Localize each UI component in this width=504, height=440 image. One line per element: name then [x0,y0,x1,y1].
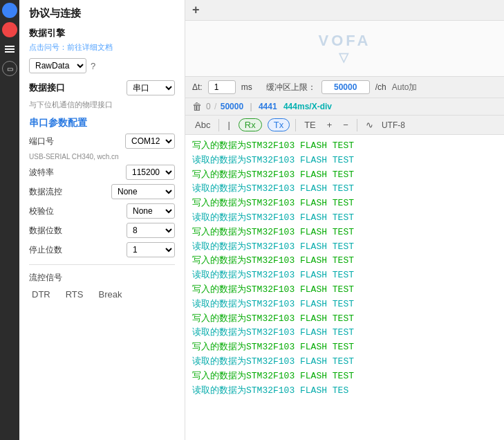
toolbar-divider-1 [218,119,219,131]
data-line: 写入的数据为STM32F103 FLASH TEST [192,196,497,211]
data-line: 读取的数据为STM32F103 FLASH TEST [192,268,497,283]
slash-separator: / [214,102,219,111]
icon-sidebar: ▭ [0,0,19,440]
baud-row: 波特率 115200 9600 57600 [29,165,175,180]
divider [29,264,175,265]
main-content: + VOFA Δt: ms 缓冲区上限： /ch Auto加 🗑 0 / 500… [185,0,504,440]
data-line: 写入的数据为STM32F103 FLASH TEST [192,283,497,297]
flow-signal-row: DTR RTS Break [29,288,175,301]
trash-icon[interactable]: 🗑 [192,101,202,112]
data-line: 读取的数据为STM32F103 FLASH TEST [192,240,497,255]
toolbar-divider-3 [357,119,357,131]
data-engine-row: RawData FireWater ? [29,58,175,73]
flow-control-select[interactable]: None XON/XOFF [111,184,175,199]
align-button[interactable]: TE [301,118,319,131]
auto-label: Auto加 [392,82,418,93]
red-record-icon[interactable] [2,22,17,37]
interface-select[interactable]: 串口 网络 [127,80,175,95]
help-icon[interactable]: ? [91,61,95,71]
data-line: 写入的数据为STM32F103 FLASH TEST [192,139,497,154]
data-line: 写入的数据为STM32F103 FLASH TEST [192,340,497,355]
break-button[interactable]: Break [95,288,124,301]
delta-t-input[interactable] [208,80,236,94]
controls-bar: Δt: ms 缓冲区上限： /ch Auto加 [185,76,504,98]
data-engine-label: 数据引擎 [29,27,175,39]
data-interface-row: 数据接口 串口 网络 [29,80,175,95]
data-output[interactable]: 写入的数据为STM32F103 FLASH TEST读取的数据为STM32F10… [185,135,504,440]
data-line: 读取的数据为STM32F103 FLASH TEST [192,182,497,196]
stop-bits-row: 停止位数 1 2 [29,242,175,257]
usb-desc: USB-SERIAL CH340, wch.cn [29,153,175,161]
plus-button[interactable]: + [324,118,335,131]
port-select[interactable]: COM12 COM1 [125,134,175,149]
ms-unit: ms [241,82,252,92]
count-total: 50000 [221,102,243,111]
count-current: 0 [206,102,211,111]
pipe-separator: | [250,102,252,111]
delta-t-label: Δt: [192,82,203,92]
rts-button[interactable]: RTS [63,288,86,301]
add-button[interactable]: + [192,3,200,17]
top-bar: + [185,0,504,21]
data-line: 读取的数据为STM32F103 FLASH TEST [192,297,497,312]
baud-select[interactable]: 115200 9600 57600 [126,165,175,180]
data-line: 写入的数据为STM32F103 FLASH TEST [192,168,497,183]
data-bits-label: 数据位数 [29,225,62,237]
data-bits-row: 数据位数 8 7 [29,223,175,238]
count-rate: 444ms/X-div [283,102,332,111]
data-line: 读取的数据为STM32F103 FLASH TEST [192,154,497,168]
data-engine-select[interactable]: RawData FireWater [29,58,86,73]
buffer-input[interactable] [321,80,370,94]
flow-signal-label: 流控信号 [29,272,175,284]
dtr-button[interactable]: DTR [29,288,53,301]
data-line: 读取的数据为STM32F103 FLASH TEST [192,211,497,226]
stop-bits-label: 停止位数 [29,244,62,256]
rx-button[interactable]: Rx [239,118,262,131]
pipe-button[interactable]: | [225,118,232,131]
flow-control-row: 数据流控 None XON/XOFF [29,184,175,199]
port-row: 端口号 COM12 COM1 [29,134,175,149]
parity-select[interactable]: None Even Odd [127,203,175,219]
menu-icon[interactable] [2,42,17,57]
interface-desc: 与下位机通信的物理接口 [29,100,175,110]
data-bits-select[interactable]: 8 7 [127,223,175,238]
toolbar-divider-2 [295,119,296,131]
port-label: 端口号 [29,136,54,147]
vofa-area: VOFA [185,21,504,76]
blue-dot-icon[interactable] [2,3,17,18]
encoding-label: UTF-8 [382,120,405,130]
data-line: 读取的数据为STM32F103 FLASH TEST [192,326,497,340]
data-line: 写入的数据为STM32F103 FLASH TEST [192,226,497,240]
tab-icon[interactable]: ▭ [2,61,17,76]
data-toolbar: 🗑 0 / 50000 | 4441 444ms/X-div [185,98,504,116]
stop-bits-select[interactable]: 1 2 [127,242,175,257]
panel-title: 协议与连接 [29,7,175,20]
data-line: 读取的数据为STM32F103 FLASH TES [192,384,497,398]
wave-button[interactable]: ∿ [363,118,376,131]
minus-button[interactable]: − [340,118,351,131]
text-toolbar: Abc | Rx Tx TE + − ∿ UTF-8 [185,116,504,135]
count-info: 0 / 50000 | 4441 444ms/X-div [206,102,332,111]
flow-control-label: 数据流控 [29,186,62,198]
data-line: 写入的数据为STM32F103 FLASH TEST [192,369,497,384]
parity-row: 校验位 None Even Odd [29,203,175,219]
settings-panel: 协议与连接 数据引擎 点击问号：前往详细文档 RawData FireWater… [19,0,185,440]
count-actual: 4441 [259,102,277,111]
abc-button[interactable]: Abc [192,118,213,131]
data-line: 写入的数据为STM32F103 FLASH TEST [192,312,497,327]
vofa-logo: VOFA [319,32,371,65]
tx-button[interactable]: Tx [268,118,290,131]
per-ch-label: /ch [375,82,386,92]
baud-label: 波特率 [29,167,54,178]
doc-link[interactable]: 点击问号：前往详细文档 [29,42,175,53]
parity-label: 校验位 [29,205,54,217]
data-interface-label: 数据接口 [29,82,65,94]
data-line: 读取的数据为STM32F103 FLASH TEST [192,355,497,369]
buffer-label: 缓冲区上限： [266,82,316,93]
data-interface-value: 串口 网络 [127,80,175,95]
data-line: 写入的数据为STM32F103 FLASH TEST [192,254,497,268]
serial-config-title: 串口参数配置 [29,117,175,129]
